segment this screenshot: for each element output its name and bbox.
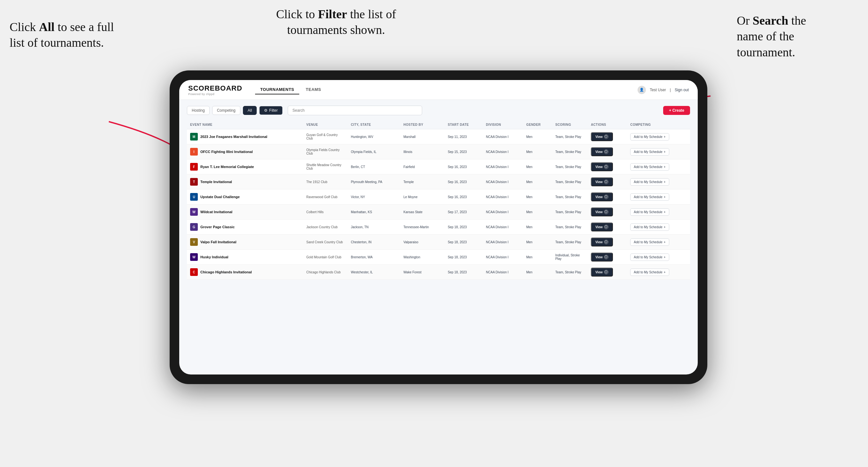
filter-bar: Hosting Competing All ⚙ Filter + Create: [187, 105, 690, 115]
plus-icon-1: +: [664, 150, 666, 154]
hosted-by-2: Fairfield: [400, 159, 444, 175]
nav-tab-teams[interactable]: TEAMS: [301, 85, 326, 94]
nav-tab-tournaments[interactable]: TOURNAMENTS: [255, 85, 299, 94]
scoring-2: Team, Stroke Play: [552, 159, 588, 175]
user-label: Test User: [650, 88, 666, 92]
actions-cell-1: View ⓘ: [588, 144, 627, 159]
view-button-5[interactable]: View ⓘ: [591, 208, 613, 216]
add-schedule-button-6[interactable]: Add to My Schedule +: [630, 223, 669, 231]
venue-6: Jackson Country Club: [303, 220, 348, 235]
actions-cell-5: View ⓘ: [588, 205, 627, 220]
start-date-4: Sep 16, 2023: [444, 189, 483, 205]
actions-cell-7: View ⓘ: [588, 235, 627, 250]
venue-3: The 1912 Club: [303, 175, 348, 189]
add-schedule-button-7[interactable]: Add to My Schedule +: [630, 239, 669, 246]
scoring-6: Team, Stroke Play: [552, 220, 588, 235]
actions-cell-2: View ⓘ: [588, 159, 627, 175]
team-logo-5: W: [190, 208, 198, 216]
col-actions: ACTIONS: [588, 120, 627, 129]
scoring-1: Team, Stroke Play: [552, 144, 588, 159]
hosting-button[interactable]: Hosting: [187, 106, 210, 115]
logo-area: SCOREBOARD Powered by clippd: [188, 84, 242, 96]
plus-icon-5: +: [664, 210, 666, 214]
view-button-2[interactable]: View ⓘ: [591, 162, 613, 171]
scoring-0: Team, Stroke Play: [552, 129, 588, 144]
col-event-name: EVENT NAME: [187, 120, 303, 129]
view-button-7[interactable]: View ⓘ: [591, 238, 613, 246]
signout-link[interactable]: Sign out: [675, 88, 689, 92]
info-icon-6: ⓘ: [604, 225, 609, 229]
start-date-0: Sep 11, 2023: [444, 129, 483, 144]
all-button[interactable]: All: [243, 106, 257, 115]
table-row: W Wildcat Invitational Colbert Hills Man…: [187, 205, 690, 220]
view-button-9[interactable]: View ⓘ: [591, 268, 613, 277]
nav-tabs: TOURNAMENTS TEAMS: [255, 85, 638, 94]
add-schedule-button-8[interactable]: Add to My Schedule +: [630, 253, 669, 261]
city-state-1: Olympia Fields, IL: [348, 144, 400, 159]
gender-5: Men: [523, 205, 552, 220]
team-logo-0: M: [190, 133, 198, 141]
actions-cell-9: View ⓘ: [588, 265, 627, 280]
division-6: NCAA Division I: [483, 220, 523, 235]
plus-icon-9: +: [664, 271, 666, 274]
division-0: NCAA Division I: [483, 129, 523, 144]
view-button-8[interactable]: View ⓘ: [591, 253, 613, 261]
avatar: 👤: [638, 86, 646, 94]
venue-2: Shuttle Meadow Country Club: [303, 159, 348, 175]
view-button-3[interactable]: View ⓘ: [591, 177, 613, 186]
team-logo-9: C: [190, 268, 198, 276]
city-state-4: Victor, NY: [348, 189, 400, 205]
add-schedule-button-3[interactable]: Add to My Schedule +: [630, 178, 669, 186]
hosted-by-4: Le Moyne: [400, 189, 444, 205]
division-1: NCAA Division I: [483, 144, 523, 159]
col-gender: GENDER: [523, 120, 552, 129]
competing-cell-2: Add to My Schedule +: [627, 159, 690, 175]
add-schedule-button-1[interactable]: Add to My Schedule +: [630, 148, 669, 156]
gender-8: Men: [523, 250, 552, 265]
tablet-frame: SCOREBOARD Powered by clippd TOURNAMENTS…: [169, 70, 707, 384]
division-5: NCAA Division I: [483, 205, 523, 220]
separator: |: [670, 88, 671, 92]
table-row: M 2023 Joe Feaganes Marshall Invitationa…: [187, 129, 690, 144]
start-date-1: Sep 15, 2023: [444, 144, 483, 159]
info-icon-5: ⓘ: [604, 210, 609, 214]
venue-7: Sand Creek Country Club: [303, 235, 348, 250]
division-7: NCAA Division I: [483, 235, 523, 250]
add-schedule-button-9[interactable]: Add to My Schedule +: [630, 269, 669, 276]
header-right: 👤 Test User | Sign out: [638, 86, 689, 94]
filter-button[interactable]: ⚙ Filter: [259, 106, 283, 115]
add-schedule-button-4[interactable]: Add to My Schedule +: [630, 193, 669, 201]
gender-3: Men: [523, 175, 552, 189]
competing-cell-4: Add to My Schedule +: [627, 189, 690, 205]
tournaments-table-wrap: EVENT NAME VENUE CITY, STATE HOSTED BY S…: [187, 120, 690, 374]
team-logo-1: I: [190, 148, 198, 156]
table-row: W Husky Individual Gold Mountain Golf Cl…: [187, 250, 690, 265]
view-button-0[interactable]: View ⓘ: [591, 132, 613, 141]
add-schedule-button-5[interactable]: Add to My Schedule +: [630, 208, 669, 216]
filter-label: Filter: [269, 108, 278, 113]
info-icon-8: ⓘ: [604, 255, 609, 259]
annotation-top-left: Click All to see a full list of tourname…: [9, 19, 118, 51]
competing-button[interactable]: Competing: [212, 106, 240, 115]
start-date-2: Sep 16, 2023: [444, 159, 483, 175]
search-input[interactable]: [288, 105, 422, 115]
table-row: I OFCC Fighting Illini Invitational Olym…: [187, 144, 690, 159]
add-schedule-button-0[interactable]: Add to My Schedule +: [630, 133, 669, 141]
info-icon-9: ⓘ: [604, 270, 609, 274]
col-city-state: CITY, STATE: [348, 120, 400, 129]
table-row: G Grover Page Classic Jackson Country Cl…: [187, 220, 690, 235]
add-schedule-button-2[interactable]: Add to My Schedule +: [630, 163, 669, 170]
event-name-8: Husky Individual: [200, 255, 228, 259]
event-name-0: 2023 Joe Feaganes Marshall Invitational: [200, 135, 267, 138]
view-button-1[interactable]: View ⓘ: [591, 147, 613, 156]
city-state-5: Manhattan, KS: [348, 205, 400, 220]
venue-4: Ravenwood Golf Club: [303, 189, 348, 205]
hosted-by-8: Washington: [400, 250, 444, 265]
event-name-7: Valpo Fall Invitational: [200, 240, 236, 244]
view-button-6[interactable]: View ⓘ: [591, 222, 613, 231]
team-logo-4: U: [190, 193, 198, 201]
create-button[interactable]: + Create: [663, 106, 690, 115]
info-icon-2: ⓘ: [604, 164, 609, 169]
col-scoring: SCORING: [552, 120, 588, 129]
view-button-4[interactable]: View ⓘ: [591, 192, 613, 201]
